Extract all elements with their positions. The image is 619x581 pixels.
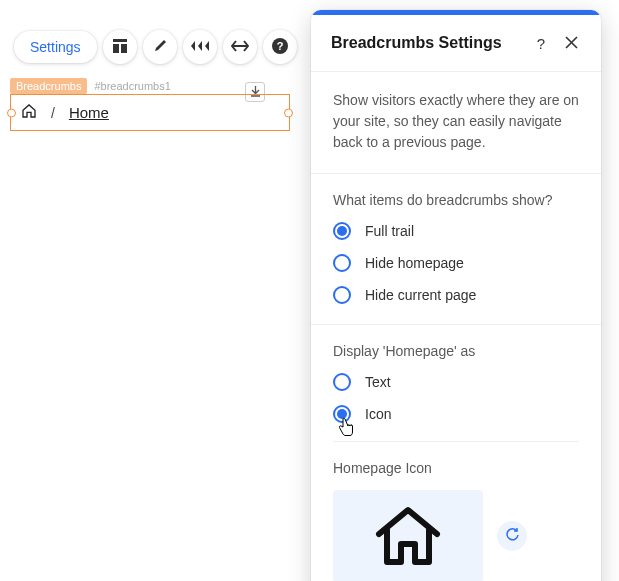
svg-text:?: ? <box>276 40 283 52</box>
items-section: What items do breadcrumbs show? Full tra… <box>311 174 601 325</box>
question-icon: ? <box>537 35 545 52</box>
element-toolbar: Settings ? <box>14 30 297 64</box>
radio-icon <box>333 373 351 391</box>
radio-hide-homepage[interactable]: Hide homepage <box>333 254 579 272</box>
layout-button[interactable] <box>103 30 137 64</box>
display-section: Display 'Homepage' as Text Icon Homepage… <box>311 325 601 581</box>
panel-header: Breadcrumbs Settings ? <box>311 15 601 72</box>
radio-label: Icon <box>365 406 391 422</box>
icon-preview-row <box>333 490 579 581</box>
radio-icon <box>333 222 351 240</box>
panel-help-button[interactable]: ? <box>529 31 553 55</box>
animation-button[interactable] <box>183 30 217 64</box>
panel-close-button[interactable] <box>559 31 583 55</box>
radio-label: Full trail <box>365 223 414 239</box>
radio-display-text[interactable]: Text <box>333 373 579 391</box>
element-type-tag: Breadcrumbs <box>10 78 87 94</box>
radio-icon <box>333 405 351 423</box>
breadcrumb-separator: / <box>51 105 55 121</box>
homepage-icon-label: Homepage Icon <box>333 460 579 476</box>
home-icon <box>21 103 37 122</box>
design-button[interactable] <box>143 30 177 64</box>
radio-label: Hide homepage <box>365 255 464 271</box>
panel-title: Breadcrumbs Settings <box>331 34 523 52</box>
house-icon <box>373 504 443 569</box>
radio-display-icon[interactable]: Icon <box>333 405 579 423</box>
panel-description: Show visitors exactly where they are on … <box>333 90 579 153</box>
homepage-icon-preview[interactable] <box>333 490 483 581</box>
breadcrumb-current[interactable]: Home <box>69 104 109 121</box>
help-button[interactable]: ? <box>263 30 297 64</box>
display-question: Display 'Homepage' as <box>333 343 579 359</box>
divider <box>333 441 579 442</box>
stretch-button[interactable] <box>223 30 257 64</box>
svg-rect-1 <box>113 44 119 53</box>
items-question: What items do breadcrumbs show? <box>333 192 579 208</box>
breadcrumb-component[interactable]: / Home <box>10 94 290 131</box>
stretch-icon <box>231 40 249 55</box>
svg-rect-2 <box>121 44 127 53</box>
element-id-tag: #breadcrumbs1 <box>90 78 174 94</box>
animation-icon <box>191 39 209 56</box>
settings-button[interactable]: Settings <box>14 31 97 63</box>
settings-panel: Breadcrumbs Settings ? Show visitors exa… <box>311 10 601 581</box>
radio-hide-current[interactable]: Hide current page <box>333 286 579 304</box>
layout-icon <box>112 38 128 57</box>
element-tags: Breadcrumbs #breadcrumbs1 <box>10 78 175 94</box>
radio-full-trail[interactable]: Full trail <box>333 222 579 240</box>
svg-rect-0 <box>113 39 127 42</box>
refresh-icon <box>505 527 520 545</box>
radio-icon <box>333 254 351 272</box>
replace-icon-button[interactable] <box>497 521 527 551</box>
panel-description-section: Show visitors exactly where they are on … <box>311 72 601 174</box>
radio-label: Hide current page <box>365 287 476 303</box>
radio-label: Text <box>365 374 391 390</box>
brush-icon <box>152 38 168 57</box>
close-icon <box>565 35 578 52</box>
help-icon: ? <box>272 38 288 57</box>
radio-icon <box>333 286 351 304</box>
